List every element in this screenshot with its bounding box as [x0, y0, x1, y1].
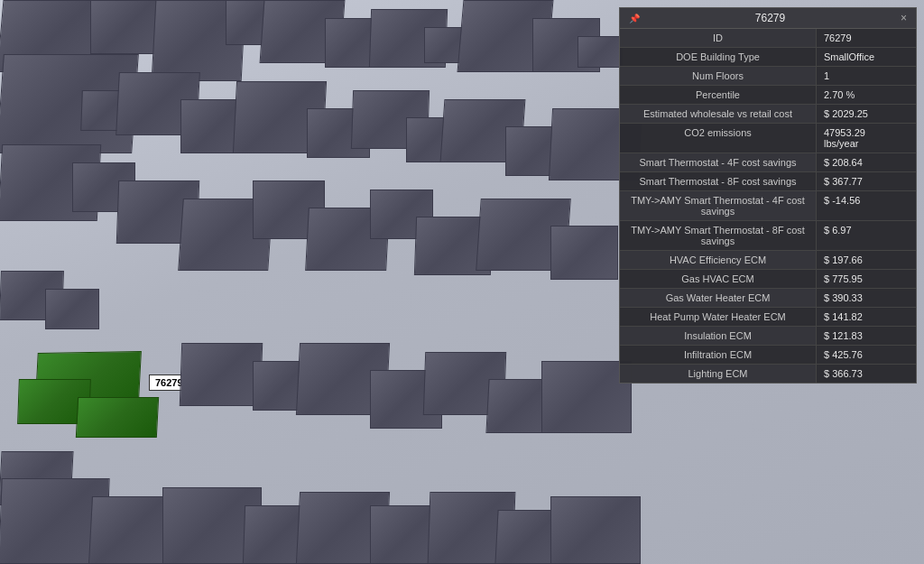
close-button[interactable]: × — [899, 12, 909, 24]
row-value: $ 2029.25 — [817, 105, 916, 123]
table-row: Smart Thermostat - 8F cost savings$ 367.… — [620, 172, 916, 191]
row-label: Smart Thermostat - 4F cost savings — [620, 153, 817, 171]
row-value: $ 775.95 — [817, 270, 916, 288]
row-value: $ 197.66 — [817, 251, 916, 269]
table-row: Smart Thermostat - 4F cost savings$ 208.… — [620, 153, 916, 172]
table-row: Heat Pump Water Heater ECM$ 141.82 — [620, 308, 916, 327]
row-label: Smart Thermostat - 8F cost savings — [620, 172, 817, 190]
table-row: TMY->AMY Smart Thermostat - 4F cost savi… — [620, 191, 916, 221]
row-label: Gas Water Heater ECM — [620, 289, 817, 307]
selected-building-part3 — [76, 397, 159, 438]
table-row: Insulation ECM$ 121.83 — [620, 327, 916, 346]
row-label: ID — [620, 29, 817, 47]
row-value: 47953.29 lbs/year — [817, 124, 916, 153]
row-value: 2.70 % — [817, 86, 916, 104]
row-value: SmallOffice — [817, 48, 916, 66]
table-row: TMY->AMY Smart Thermostat - 8F cost savi… — [620, 221, 916, 251]
row-value: $ -14.56 — [817, 191, 916, 220]
table-row: Percentile2.70 % — [620, 86, 916, 105]
row-value: 1 — [817, 67, 916, 85]
panel-data-rows: ID76279DOE Building TypeSmallOfficeNum F… — [620, 29, 916, 383]
row-value: $ 367.77 — [817, 172, 916, 190]
row-value: $ 208.64 — [817, 153, 916, 171]
table-row: Gas Water Heater ECM$ 390.33 — [620, 289, 916, 308]
row-value: $ 6.97 — [817, 221, 916, 250]
row-label: Heat Pump Water Heater ECM — [620, 308, 817, 326]
row-value: $ 121.83 — [817, 327, 916, 345]
row-label: DOE Building Type — [620, 48, 817, 66]
row-label: Estimated wholesale vs retail cost — [620, 105, 817, 123]
row-value: 76279 — [817, 29, 916, 47]
info-panel: 📌 76279 × ID76279DOE Building TypeSmallO… — [619, 7, 917, 384]
row-label: CO2 emissions — [620, 124, 817, 153]
row-label: Num Floors — [620, 67, 817, 85]
table-row: Lighting ECM$ 366.73 — [620, 365, 916, 383]
row-value: $ 390.33 — [817, 289, 916, 307]
table-row: Estimated wholesale vs retail cost$ 2029… — [620, 105, 916, 124]
row-label: TMY->AMY Smart Thermostat - 4F cost savi… — [620, 191, 817, 220]
table-row: ID76279 — [620, 29, 916, 48]
row-label: Infiltration ECM — [620, 346, 817, 364]
row-value: $ 425.76 — [817, 346, 916, 364]
row-label: Insulation ECM — [620, 327, 817, 345]
table-row: Infiltration ECM$ 425.76 — [620, 346, 916, 365]
row-value: $ 141.82 — [817, 308, 916, 326]
table-row: DOE Building TypeSmallOffice — [620, 48, 916, 67]
row-label: TMY->AMY Smart Thermostat - 8F cost savi… — [620, 221, 817, 250]
row-label: Gas HVAC ECM — [620, 270, 817, 288]
table-row: HVAC Efficiency ECM$ 197.66 — [620, 251, 916, 270]
row-label: HVAC Efficiency ECM — [620, 251, 817, 269]
table-row: Gas HVAC ECM$ 775.95 — [620, 270, 916, 289]
row-label: Percentile — [620, 86, 817, 104]
row-label: Lighting ECM — [620, 365, 817, 383]
row-value: $ 366.73 — [817, 365, 916, 383]
table-row: CO2 emissions47953.29 lbs/year — [620, 124, 916, 153]
pin-icon: 📌 — [627, 14, 642, 23]
panel-title: 76279 — [642, 12, 899, 24]
table-row: Num Floors1 — [620, 67, 916, 86]
panel-title-bar: 📌 76279 × — [620, 8, 916, 29]
